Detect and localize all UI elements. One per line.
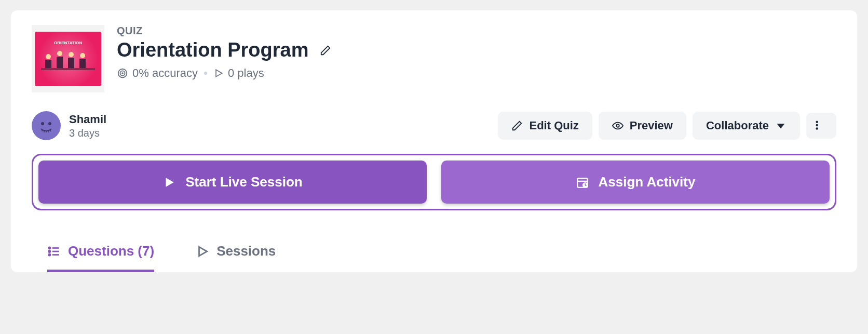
svg-rect-3: [68, 58, 74, 68]
svg-marker-32: [199, 247, 207, 256]
quiz-detail-card: ORIENTATION QUIZ Orientation Program: [11, 10, 857, 272]
svg-rect-4: [79, 59, 86, 68]
stats-row: 0% accuracy 0 plays: [117, 66, 836, 80]
list-icon: [47, 245, 61, 258]
svg-point-15: [41, 122, 44, 125]
tab-questions-label: Questions (7): [68, 243, 154, 259]
svg-point-8: [80, 53, 85, 58]
avatar: [32, 111, 61, 140]
edit-quiz-button[interactable]: Edit Quiz: [498, 112, 592, 140]
svg-point-17: [616, 124, 619, 127]
preview-button[interactable]: Preview: [599, 112, 686, 140]
svg-point-30: [49, 250, 50, 252]
author-name: Shamil: [69, 113, 106, 126]
start-live-label: Start Live Session: [185, 174, 302, 190]
type-label: QUIZ: [117, 25, 836, 37]
svg-point-7: [69, 52, 74, 57]
accuracy-stat: 0% accuracy: [117, 66, 198, 80]
more-options-button[interactable]: [806, 113, 836, 139]
pencil-icon: [320, 45, 331, 56]
svg-point-6: [57, 51, 62, 56]
tab-sessions-label: Sessions: [216, 243, 276, 259]
start-live-session-button[interactable]: Start Live Session: [38, 161, 427, 204]
more-vertical-icon: [816, 120, 827, 131]
tabs: Questions (7) Sessions: [32, 232, 836, 272]
quiz-meta: QUIZ Orientation Program 0% accuracy: [117, 25, 836, 80]
accuracy-text: 0% accuracy: [132, 66, 198, 80]
svg-point-21: [816, 127, 818, 130]
target-icon: [117, 68, 128, 79]
collaborate-button[interactable]: Collaborate: [693, 112, 800, 140]
svg-point-20: [816, 124, 818, 127]
svg-marker-13: [216, 70, 222, 76]
svg-point-12: [122, 73, 123, 74]
collaborate-label: Collaborate: [706, 119, 769, 132]
pencil-icon: [511, 120, 523, 131]
svg-point-16: [48, 122, 51, 125]
play-fill-icon: [162, 176, 176, 189]
author-time: 3 days: [69, 127, 106, 139]
tab-sessions[interactable]: Sessions: [196, 233, 276, 272]
calendar-clock-icon: [576, 176, 589, 189]
action-buttons: Edit Quiz Preview Collaborate: [498, 112, 836, 140]
play-icon: [213, 68, 224, 78]
quiz-title: Orientation Program: [117, 39, 309, 61]
svg-rect-1: [45, 60, 51, 68]
eye-icon: [612, 120, 623, 131]
header: ORIENTATION QUIZ Orientation Program: [32, 25, 836, 92]
svg-point-5: [46, 54, 51, 59]
svg-point-29: [49, 247, 50, 248]
author-actions-row: Shamil 3 days Edit Quiz Preview Collabor…: [32, 111, 836, 140]
svg-point-31: [49, 253, 50, 255]
svg-rect-2: [57, 57, 63, 68]
assign-activity-label: Assign Activity: [599, 174, 696, 190]
svg-point-14: [36, 116, 56, 136]
svg-marker-18: [777, 124, 785, 128]
plays-text: 0 plays: [228, 66, 264, 80]
assign-activity-button[interactable]: Assign Activity: [441, 161, 830, 204]
author-info: Shamil 3 days: [32, 111, 106, 140]
svg-rect-0: [41, 68, 95, 70]
quiz-thumbnail: ORIENTATION: [32, 25, 104, 92]
svg-point-19: [816, 121, 818, 123]
cta-container: Start Live Session Assign Activity: [32, 154, 836, 210]
svg-marker-22: [166, 178, 174, 186]
edit-title-button[interactable]: [317, 42, 334, 59]
play-outline-icon: [196, 245, 209, 258]
separator-dot: [204, 72, 207, 75]
edit-quiz-label: Edit Quiz: [529, 119, 578, 132]
preview-label: Preview: [630, 119, 673, 132]
chevron-down-icon: [775, 120, 786, 131]
plays-stat: 0 plays: [213, 66, 264, 80]
svg-text:ORIENTATION: ORIENTATION: [54, 41, 82, 45]
tab-questions[interactable]: Questions (7): [47, 233, 154, 272]
